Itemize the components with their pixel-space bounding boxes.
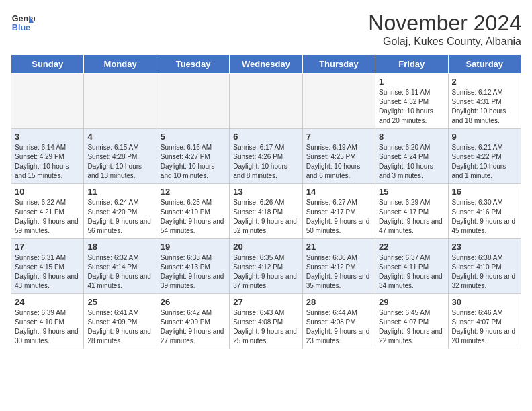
calendar-row: 17Sunrise: 6:31 AMSunset: 4:15 PMDayligh… (11, 239, 521, 294)
calendar-cell: 3Sunrise: 6:14 AMSunset: 4:29 PMDaylight… (11, 129, 84, 184)
day-number: 13 (233, 187, 298, 197)
calendar-cell: 12Sunrise: 6:25 AMSunset: 4:19 PMDayligh… (157, 184, 229, 239)
day-info: Sunrise: 6:41 AMSunset: 4:09 PMDaylight:… (87, 308, 152, 346)
calendar-cell: 30Sunrise: 6:46 AMSunset: 4:07 PMDayligh… (448, 294, 521, 349)
day-info: Sunrise: 6:33 AMSunset: 4:13 PMDaylight:… (161, 253, 226, 291)
col-header-thursday: Thursday (302, 55, 375, 74)
day-info: Sunrise: 6:26 AMSunset: 4:18 PMDaylight:… (233, 198, 298, 236)
day-number: 7 (306, 132, 371, 142)
day-number: 28 (306, 297, 371, 307)
day-info: Sunrise: 6:37 AMSunset: 4:11 PMDaylight:… (379, 253, 444, 291)
logo: General Blue (11, 11, 35, 35)
calendar-cell (84, 74, 157, 129)
day-number: 10 (15, 187, 80, 197)
day-number: 15 (379, 187, 444, 197)
calendar-cell: 16Sunrise: 6:30 AMSunset: 4:16 PMDayligh… (448, 184, 521, 239)
day-info: Sunrise: 6:31 AMSunset: 4:15 PMDaylight:… (15, 253, 80, 291)
calendar-cell (157, 74, 229, 129)
day-number: 16 (452, 187, 517, 197)
day-info: Sunrise: 6:39 AMSunset: 4:10 PMDaylight:… (15, 308, 80, 346)
calendar-cell: 17Sunrise: 6:31 AMSunset: 4:15 PMDayligh… (11, 239, 84, 294)
col-header-tuesday: Tuesday (157, 55, 229, 74)
col-header-friday: Friday (375, 55, 448, 74)
day-number: 26 (161, 297, 226, 307)
calendar-cell: 9Sunrise: 6:21 AMSunset: 4:22 PMDaylight… (448, 129, 521, 184)
calendar-cell (11, 74, 84, 129)
day-info: Sunrise: 6:17 AMSunset: 4:26 PMDaylight:… (233, 143, 298, 181)
calendar-row: 10Sunrise: 6:22 AMSunset: 4:21 PMDayligh… (11, 184, 521, 239)
calendar-cell: 6Sunrise: 6:17 AMSunset: 4:26 PMDaylight… (230, 129, 302, 184)
day-number: 30 (452, 297, 517, 307)
day-number: 17 (15, 242, 80, 252)
day-info: Sunrise: 6:24 AMSunset: 4:20 PMDaylight:… (87, 198, 152, 236)
day-info: Sunrise: 6:12 AMSunset: 4:31 PMDaylight:… (452, 88, 517, 126)
day-info: Sunrise: 6:46 AMSunset: 4:07 PMDaylight:… (452, 308, 517, 346)
calendar-cell (302, 74, 375, 129)
day-info: Sunrise: 6:43 AMSunset: 4:08 PMDaylight:… (233, 308, 298, 346)
day-number: 24 (15, 297, 80, 307)
day-number: 14 (306, 187, 371, 197)
calendar-cell (230, 74, 302, 129)
day-number: 18 (87, 242, 152, 252)
calendar-cell: 15Sunrise: 6:29 AMSunset: 4:17 PMDayligh… (375, 184, 448, 239)
day-info: Sunrise: 6:42 AMSunset: 4:09 PMDaylight:… (161, 308, 226, 346)
calendar-table: SundayMondayTuesdayWednesdayThursdayFrid… (11, 54, 521, 349)
calendar-row: 1Sunrise: 6:11 AMSunset: 4:32 PMDaylight… (11, 74, 521, 129)
svg-text:Blue: Blue (12, 23, 30, 32)
day-info: Sunrise: 6:15 AMSunset: 4:28 PMDaylight:… (87, 143, 152, 181)
day-number: 19 (161, 242, 226, 252)
day-info: Sunrise: 6:19 AMSunset: 4:25 PMDaylight:… (306, 143, 371, 181)
day-info: Sunrise: 6:11 AMSunset: 4:32 PMDaylight:… (379, 88, 444, 126)
calendar-cell: 8Sunrise: 6:20 AMSunset: 4:24 PMDaylight… (375, 129, 448, 184)
subtitle: Golaj, Kukes County, Albania (368, 36, 521, 48)
title-area: November 2024 Golaj, Kukes County, Alban… (368, 11, 521, 48)
calendar-cell: 19Sunrise: 6:33 AMSunset: 4:13 PMDayligh… (157, 239, 229, 294)
day-number: 22 (379, 242, 444, 252)
logo-icon: General Blue (11, 11, 35, 35)
calendar-cell: 21Sunrise: 6:36 AMSunset: 4:12 PMDayligh… (302, 239, 375, 294)
day-info: Sunrise: 6:25 AMSunset: 4:19 PMDaylight:… (161, 198, 226, 236)
calendar-row: 24Sunrise: 6:39 AMSunset: 4:10 PMDayligh… (11, 294, 521, 349)
calendar-cell: 23Sunrise: 6:38 AMSunset: 4:10 PMDayligh… (448, 239, 521, 294)
day-info: Sunrise: 6:30 AMSunset: 4:16 PMDaylight:… (452, 198, 517, 236)
calendar-cell: 18Sunrise: 6:32 AMSunset: 4:14 PMDayligh… (84, 239, 157, 294)
day-info: Sunrise: 6:38 AMSunset: 4:10 PMDaylight:… (452, 253, 517, 291)
day-info: Sunrise: 6:21 AMSunset: 4:22 PMDaylight:… (452, 143, 517, 181)
day-number: 21 (306, 242, 371, 252)
calendar-cell: 11Sunrise: 6:24 AMSunset: 4:20 PMDayligh… (84, 184, 157, 239)
col-header-sunday: Sunday (11, 55, 84, 74)
day-info: Sunrise: 6:36 AMSunset: 4:12 PMDaylight:… (306, 253, 371, 291)
calendar-cell: 29Sunrise: 6:45 AMSunset: 4:07 PMDayligh… (375, 294, 448, 349)
calendar-cell: 13Sunrise: 6:26 AMSunset: 4:18 PMDayligh… (230, 184, 302, 239)
day-number: 9 (452, 132, 517, 142)
calendar-cell: 22Sunrise: 6:37 AMSunset: 4:11 PMDayligh… (375, 239, 448, 294)
day-number: 6 (233, 132, 298, 142)
day-number: 3 (15, 132, 80, 142)
calendar-cell: 24Sunrise: 6:39 AMSunset: 4:10 PMDayligh… (11, 294, 84, 349)
calendar-cell: 10Sunrise: 6:22 AMSunset: 4:21 PMDayligh… (11, 184, 84, 239)
day-number: 20 (233, 242, 298, 252)
calendar-cell: 26Sunrise: 6:42 AMSunset: 4:09 PMDayligh… (157, 294, 229, 349)
col-header-saturday: Saturday (448, 55, 521, 74)
day-number: 4 (87, 132, 152, 142)
day-number: 5 (161, 132, 226, 142)
col-header-monday: Monday (84, 55, 157, 74)
day-info: Sunrise: 6:35 AMSunset: 4:12 PMDaylight:… (233, 253, 298, 291)
day-info: Sunrise: 6:29 AMSunset: 4:17 PMDaylight:… (379, 198, 444, 236)
col-header-wednesday: Wednesday (230, 55, 302, 74)
day-info: Sunrise: 6:16 AMSunset: 4:27 PMDaylight:… (161, 143, 226, 181)
day-info: Sunrise: 6:32 AMSunset: 4:14 PMDaylight:… (87, 253, 152, 291)
calendar-cell: 25Sunrise: 6:41 AMSunset: 4:09 PMDayligh… (84, 294, 157, 349)
calendar-cell: 28Sunrise: 6:44 AMSunset: 4:08 PMDayligh… (302, 294, 375, 349)
calendar-cell: 2Sunrise: 6:12 AMSunset: 4:31 PMDaylight… (448, 74, 521, 129)
header-row: SundayMondayTuesdayWednesdayThursdayFrid… (11, 55, 521, 74)
main-title: November 2024 (368, 11, 521, 36)
calendar-cell: 14Sunrise: 6:27 AMSunset: 4:17 PMDayligh… (302, 184, 375, 239)
calendar-cell: 20Sunrise: 6:35 AMSunset: 4:12 PMDayligh… (230, 239, 302, 294)
day-info: Sunrise: 6:20 AMSunset: 4:24 PMDaylight:… (379, 143, 444, 181)
calendar-row: 3Sunrise: 6:14 AMSunset: 4:29 PMDaylight… (11, 129, 521, 184)
calendar-cell: 4Sunrise: 6:15 AMSunset: 4:28 PMDaylight… (84, 129, 157, 184)
calendar-cell: 27Sunrise: 6:43 AMSunset: 4:08 PMDayligh… (230, 294, 302, 349)
header: General Blue November 2024 Golaj, Kukes … (11, 11, 521, 48)
day-number: 2 (452, 77, 517, 87)
